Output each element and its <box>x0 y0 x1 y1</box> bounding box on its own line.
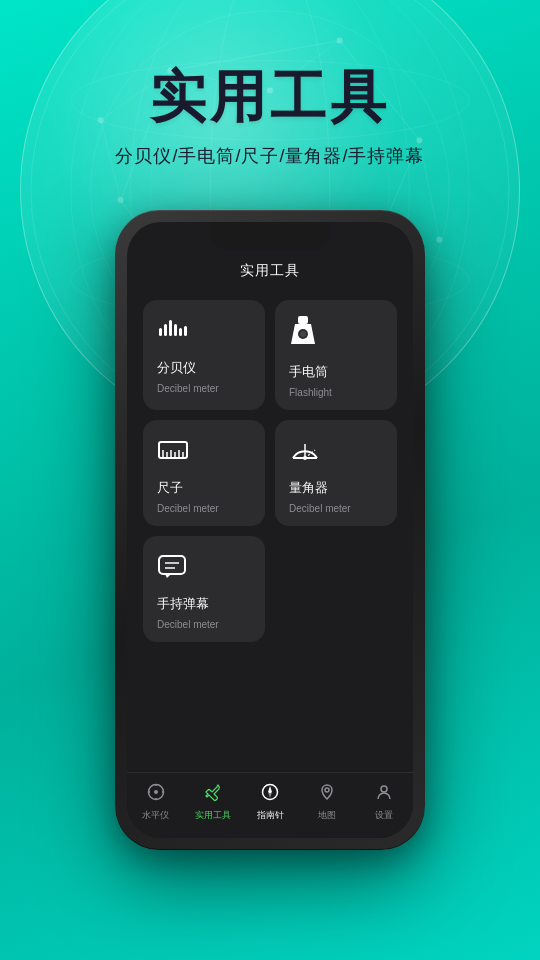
svg-point-47 <box>303 456 307 460</box>
tool-card-decibel[interactable]: 分贝仪 Decibel meter <box>143 300 265 410</box>
map-label: 地图 <box>318 809 336 822</box>
svg-rect-48 <box>159 556 185 574</box>
tool-card-protractor[interactable]: 量角器 Decibel meter <box>275 420 397 526</box>
svg-point-36 <box>300 331 306 337</box>
flashlight-icon <box>289 316 383 353</box>
decibel-name-en: Decibel meter <box>157 383 251 394</box>
settings-icon <box>375 783 393 806</box>
phone-outer-frame: 实用工具 <box>115 210 425 850</box>
phone-notch <box>210 222 330 250</box>
phone-screen: 实用工具 <box>127 222 413 838</box>
bottom-nav: 水平仪 实用工具 <box>127 772 413 838</box>
svg-point-60 <box>325 788 329 792</box>
phone-mockup: 实用工具 <box>115 210 425 850</box>
svg-rect-31 <box>174 324 177 336</box>
svg-rect-30 <box>169 320 172 336</box>
compass-icon <box>261 783 279 806</box>
svg-point-61 <box>381 786 387 792</box>
tools-icon <box>204 783 222 806</box>
ruler-name-en: Decibel meter <box>157 503 251 514</box>
protractor-icon <box>289 436 383 469</box>
svg-rect-29 <box>164 324 167 336</box>
map-icon <box>318 783 336 806</box>
tools-grid: 分贝仪 Decibel meter <box>127 292 413 650</box>
ruler-name-cn: 尺子 <box>157 479 251 497</box>
protractor-name-en: Decibel meter <box>289 503 383 514</box>
level-icon <box>147 783 165 806</box>
nav-item-tools[interactable]: 实用工具 <box>184 783 241 822</box>
protractor-name-cn: 量角器 <box>289 479 383 497</box>
nav-item-map[interactable]: 地图 <box>299 783 356 822</box>
svg-rect-32 <box>179 328 182 336</box>
svg-rect-33 <box>184 326 187 336</box>
tool-card-danmaku[interactable]: 手持弹幕 Decibel meter <box>143 536 265 642</box>
settings-label: 设置 <box>375 809 393 822</box>
tool-card-flashlight[interactable]: 手电筒 Flashlight <box>275 300 397 410</box>
decibel-icon <box>157 316 251 349</box>
nav-item-settings[interactable]: 设置 <box>356 783 413 822</box>
screen-content: 实用工具 <box>127 222 413 838</box>
nav-item-compass[interactable]: 指南针 <box>241 783 298 822</box>
svg-rect-34 <box>298 316 308 324</box>
svg-rect-28 <box>159 328 162 336</box>
sub-title: 分贝仪/手电筒/尺子/量角器/手持弹幕 <box>0 144 540 168</box>
level-label: 水平仪 <box>142 809 169 822</box>
danmaku-name-cn: 手持弹幕 <box>157 595 251 613</box>
danmaku-name-en: Decibel meter <box>157 619 251 630</box>
flashlight-name-cn: 手电筒 <box>289 363 383 381</box>
main-title: 实用工具 <box>0 60 540 136</box>
header-section: 实用工具 分贝仪/手电筒/尺子/量角器/手持弹幕 <box>0 60 540 168</box>
screen-title: 实用工具 <box>143 262 397 280</box>
compass-label: 指南针 <box>257 809 284 822</box>
screen-spacer <box>127 650 413 772</box>
decibel-name-cn: 分贝仪 <box>157 359 251 377</box>
nav-item-level[interactable]: 水平仪 <box>127 783 184 822</box>
svg-point-52 <box>154 790 158 794</box>
danmaku-icon <box>157 552 251 585</box>
tool-card-ruler[interactable]: 尺子 Decibel meter <box>143 420 265 526</box>
tools-label: 实用工具 <box>195 809 231 822</box>
ruler-icon <box>157 436 251 469</box>
flashlight-name-en: Flashlight <box>289 387 383 398</box>
